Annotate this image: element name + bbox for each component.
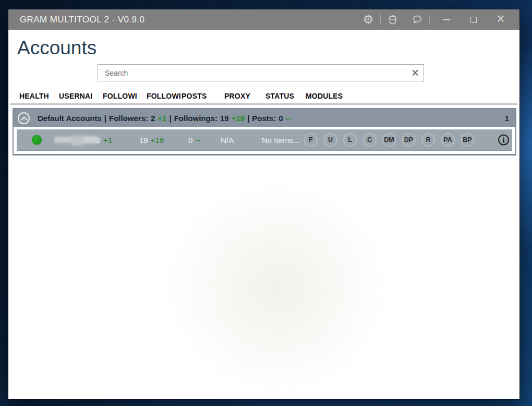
followings-value: 19 <box>139 136 148 145</box>
maximize-icon <box>470 17 477 23</box>
column-header-username[interactable]: USERNAI <box>59 92 92 100</box>
module-button-l[interactable]: L <box>343 133 357 147</box>
collapse-button[interactable] <box>18 112 30 124</box>
group-followers-value: 2 <box>151 114 155 123</box>
module-button-u[interactable]: U <box>324 133 337 147</box>
column-header-followers[interactable]: FOLLOWI <box>103 92 137 100</box>
titlebar-separator <box>380 15 381 25</box>
status-cell: No Items... <box>262 136 300 145</box>
desktop: { "window": { "title": "GRAM MULTITOOL 2… <box>0 0 532 406</box>
accounts-group-header[interactable]: Default Accounts | Followers: 2 +1 | Fol… <box>14 109 515 127</box>
close-icon: × <box>497 12 505 26</box>
column-header-posts[interactable]: POSTS <box>182 92 207 100</box>
chat-button[interactable] <box>408 12 426 28</box>
username-redacted <box>54 135 98 145</box>
page-title: Accounts <box>17 37 96 59</box>
module-button-bp[interactable]: BP <box>461 133 474 147</box>
followings-delta: +19 <box>151 136 164 145</box>
group-title: Default Accounts <box>38 114 102 123</box>
accounts-list: Default Accounts | Followers: 2 +1 | Fol… <box>13 108 516 156</box>
settings-button[interactable]: ⚙ <box>359 12 377 28</box>
column-header-modules[interactable]: MODULES <box>306 92 343 100</box>
column-header-health[interactable]: HEALTH <box>19 92 49 100</box>
info-button[interactable]: i <box>498 135 509 146</box>
posts-value: 0 <box>188 136 192 145</box>
group-separator: | <box>169 114 171 123</box>
followers-value: 2 <box>96 136 101 145</box>
column-header-followings[interactable]: FOLLOWI <box>147 92 181 100</box>
column-header-status[interactable]: STATUS <box>265 92 294 100</box>
search-box: × <box>98 64 424 81</box>
group-followings-label: Followings: <box>174 114 217 123</box>
group-summary: Default Accounts | Followers: 2 +1 | Fol… <box>38 114 291 123</box>
group-count: 1 <box>505 114 509 123</box>
titlebar-separator <box>429 15 430 25</box>
group-separator: | <box>247 114 249 123</box>
header-divider <box>10 103 517 105</box>
group-followings-delta: +19 <box>232 114 245 123</box>
followings-cell: 19 +19 <box>139 136 164 145</box>
gear-icon: ⚙ <box>363 14 374 26</box>
content-area: Accounts × HEALTH USERNAI FOLLOWI FOLLOW… <box>8 30 519 399</box>
group-followers-label: Followers: <box>109 114 148 123</box>
rows-wrapper: 2 +1 19 +19 0 -- N/A No Items... F <box>14 127 515 154</box>
module-button-f[interactable]: F <box>304 133 318 147</box>
group-posts-label: Posts: <box>252 114 276 123</box>
module-button-dp[interactable]: DP <box>402 133 416 147</box>
minimize-icon <box>443 19 450 20</box>
maximize-button[interactable] <box>460 12 487 28</box>
module-button-c[interactable]: C <box>363 133 377 147</box>
column-header-proxy[interactable]: PROXY <box>224 92 250 100</box>
titlebar: GRAM MULTITOOL 2 - V0.9.0 ⚙ <box>8 9 519 30</box>
minimize-button[interactable] <box>433 12 460 28</box>
info-icon: i <box>502 136 505 144</box>
app-title: GRAM MULTITOOL 2 - V0.9.0 <box>20 15 144 25</box>
chat-bubble-icon <box>412 14 423 26</box>
module-button-pa[interactable]: PA <box>441 133 455 147</box>
health-indicator-dot <box>32 135 42 145</box>
followers-cell: 2 +1 <box>96 136 112 145</box>
group-posts-value: 0 <box>279 114 283 123</box>
titlebar-separator <box>405 15 405 25</box>
followers-delta: +1 <box>103 136 112 145</box>
clear-x-icon: × <box>412 65 419 80</box>
search-clear-button[interactable]: × <box>407 66 424 79</box>
module-button-dm[interactable]: DM <box>382 133 396 147</box>
account-row[interactable]: 2 +1 19 +19 0 -- N/A No Items... F <box>17 129 512 150</box>
proxy-cell: N/A <box>221 136 234 145</box>
group-followings-value: 19 <box>220 114 229 123</box>
close-button[interactable]: × <box>487 12 514 28</box>
posts-delta: -- <box>195 136 200 145</box>
search-input[interactable] <box>98 69 407 77</box>
app-window: GRAM MULTITOOL 2 - V0.9.0 ⚙ <box>8 9 519 399</box>
group-posts-delta: -- <box>286 114 291 123</box>
group-separator: | <box>104 114 106 123</box>
module-button-r[interactable]: R <box>421 133 435 147</box>
paint-bucket-icon <box>387 14 398 26</box>
group-followers-delta: +1 <box>158 114 166 123</box>
theme-button[interactable] <box>384 12 402 28</box>
posts-cell: 0 -- <box>188 136 200 145</box>
module-buttons: F U L C DM DP R PA BP <box>304 133 474 147</box>
